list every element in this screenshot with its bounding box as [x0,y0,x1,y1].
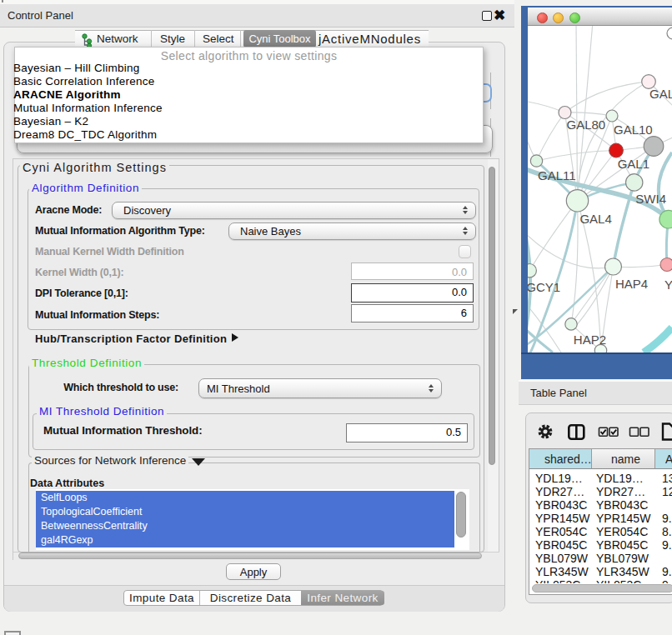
svg-text:SWI4: SWI4 [635,192,666,206]
svg-text:HAP4: HAP4 [615,277,648,291]
svg-text:GAL4: GAL4 [579,212,611,226]
svg-text:YB: YB [664,278,672,292]
svg-text:HAP2: HAP2 [574,332,606,347]
svg-text:GAL11: GAL11 [538,168,576,182]
svg-text:GAL1: GAL1 [618,157,649,171]
svg-text:GAL10: GAL10 [614,122,653,137]
svg-text:GAL7: GAL7 [649,87,672,101]
svg-text:GCY1: GCY1 [528,280,560,294]
svg-text:GAL80: GAL80 [567,118,606,132]
